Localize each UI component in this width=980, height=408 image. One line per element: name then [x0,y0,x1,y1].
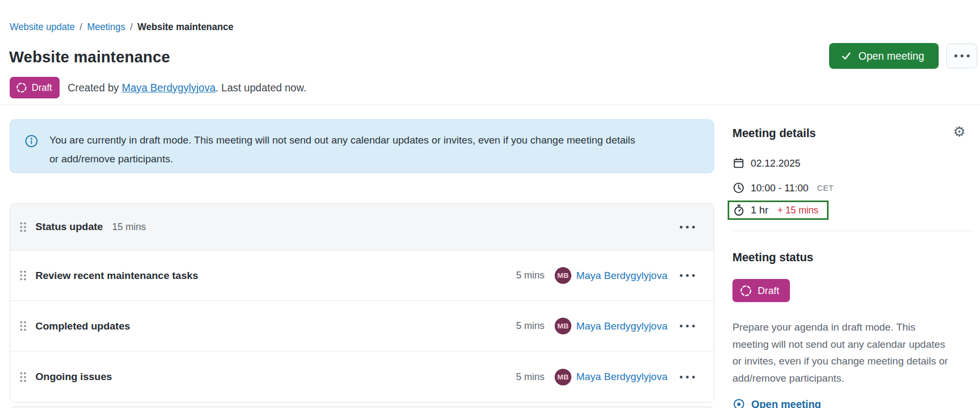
breadcrumb-link-meetings[interactable]: Meetings [87,22,125,33]
ellipsis-icon [954,54,970,58]
meeting-sidebar: Meeting details ⚙ 02.12.2025 10:00 - 11:… [732,127,973,408]
breadcrumb: Website update / Meetings / Website main… [10,22,234,33]
calendar-icon [732,157,745,169]
info-icon [25,134,38,173]
sidebar-divider [732,231,973,231]
section-duration: 15 mins [112,221,146,233]
breadcrumb-link-website-update[interactable]: Website update [10,22,75,33]
agenda-card: Status update 15 mins Review recent main… [10,203,714,403]
meeting-status-heading: Meeting status [732,251,973,264]
agenda-section-row: Status update 15 mins [10,204,714,250]
gear-icon[interactable]: ⚙ [953,125,966,139]
byline-suffix: . Last updated now. [215,82,306,94]
item-menu-button[interactable] [679,322,695,330]
page-title: Website maintenance [9,48,170,66]
status-description: Prepare your agenda in draft mode. This … [732,319,973,386]
draft-status-badge: Draft [10,77,60,98]
stopwatch-icon [732,204,745,217]
assignee-link[interactable]: Maya Berdygylyjova [576,320,667,332]
agenda-item-duration: 5 mins [516,320,545,332]
agenda-item-row[interactable]: Review recent maintenance tasks 5 mins M… [10,250,714,301]
breadcrumb-separator: / [130,22,133,33]
agenda-item-title: Completed updates [35,320,130,332]
avatar: MB [555,369,571,385]
header-actions: Open meeting [829,43,978,69]
section-title: Status update [35,221,103,233]
open-meeting-button[interactable]: Open meeting [829,43,939,69]
clock-icon [732,182,745,194]
status-description-line: Prepare your agenda in draft mode. This [732,319,973,336]
meeting-time: 10:00 - 11:00 [751,182,809,194]
author-link[interactable]: Maya Berdygylyjova [122,82,216,94]
open-meeting-button-label: Open meeting [859,50,925,62]
meeting-duration: 1 hr [751,204,768,216]
assignee-link[interactable]: Maya Berdygylyjova [576,270,667,282]
breadcrumb-separator: / [79,22,82,33]
dashed-circle-icon [739,284,752,297]
avatar: MB [555,267,571,284]
meeting-duration-added: + 15 mins [778,205,818,216]
open-meeting-link-label: Open meeting [751,398,821,408]
agenda-item-duration: 5 mins [516,371,545,383]
drag-handle-icon[interactable] [20,270,26,281]
meeting-timezone: CET [817,184,834,192]
banner-line: or add/remove participants. [49,149,635,168]
item-menu-button[interactable] [679,271,695,280]
banner-line: You are currently in draft mode. This me… [49,131,635,149]
more-options-button[interactable] [946,44,977,68]
banner-text: You are currently in draft mode. This me… [49,131,635,173]
open-meeting-link[interactable]: Open meeting [732,398,821,408]
drag-handle-icon[interactable] [20,372,26,382]
circle-dot-icon [732,398,745,408]
meeting-date: 02.12.2025 [751,158,801,169]
meeting-status-badge[interactable]: Draft [732,279,790,302]
draft-info-banner: You are currently in draft mode. This me… [10,119,714,173]
agenda-item-duration: 5 mins [516,270,545,281]
meeting-duration-field[interactable]: 1 hr + 15 mins [728,201,829,220]
meta-row: Draft Created by Maya Berdygylyjova. Las… [10,77,306,98]
status-description-line: meeting will not send out any calendar u… [732,336,973,353]
drag-handle-icon[interactable] [20,222,26,232]
byline: Created by Maya Berdygylyjova. Last upda… [68,82,306,94]
agenda-item-title: Review recent maintenance tasks [35,270,198,282]
avatar: MB [555,318,571,334]
status-description-line: or invites, even if you change meeting d… [732,353,973,370]
section-menu-button[interactable] [679,223,695,231]
byline-prefix: Created by [68,82,122,94]
checkmark-icon [841,51,852,61]
meeting-date-row[interactable]: 02.12.2025 [732,157,973,169]
agenda-item-row[interactable]: Ongoing issues 5 mins MB Maya Berdygylyj… [10,352,714,402]
status-description-line: add/remove participants. [732,370,973,387]
breadcrumb-current: Website maintenance [137,22,234,33]
drag-handle-icon[interactable] [20,321,26,331]
agenda-item-title: Ongoing issues [35,371,112,383]
meeting-details-heading: Meeting details [732,127,973,140]
item-menu-button[interactable] [679,373,695,381]
draft-badge-label: Draft [32,82,52,94]
header-divider [0,104,980,105]
status-badge-label: Draft [758,285,779,297]
meeting-time-row[interactable]: 10:00 - 11:00 CET [732,182,973,194]
agenda-item-row[interactable]: Completed updates 5 mins MB Maya Berdygy… [10,301,714,352]
assignee-link[interactable]: Maya Berdygylyjova [576,371,667,383]
dashed-circle-icon [16,82,27,94]
